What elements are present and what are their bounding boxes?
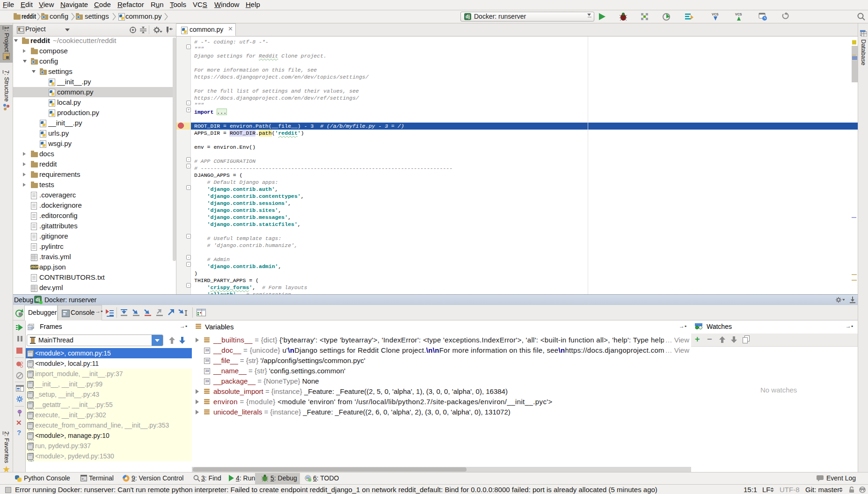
svg-text:VCS: VCS [735, 13, 742, 16]
svg-text:<s>: <s> [28, 326, 34, 330]
svg-text:>_: >_ [81, 477, 86, 481]
svg-text:VCS: VCS [712, 13, 719, 16]
